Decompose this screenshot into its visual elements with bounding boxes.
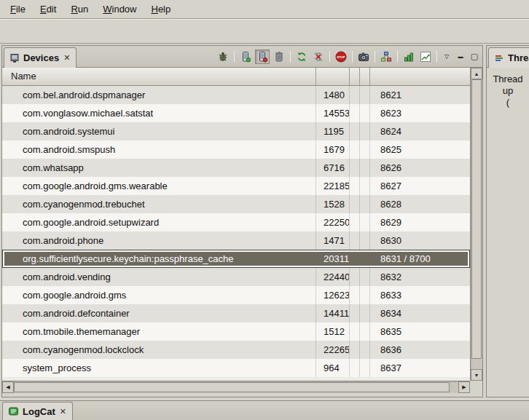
process-row[interactable]: com.bel.android.dspmanager 1480 8621 [2, 86, 470, 104]
process-row[interactable]: com.android.systemui 1195 8624 [2, 122, 470, 140]
column-header-name[interactable]: Name [2, 68, 316, 85]
scroll-right-button[interactable]: ▶ [458, 381, 470, 393]
dump-hprof-icon[interactable] [255, 49, 270, 64]
process-row[interactable]: com.cyanogenmod.trebuchet 1528 8628 [2, 195, 470, 213]
table-header: Name [2, 68, 470, 86]
devices-view: Devices ✕ [1, 45, 483, 397]
maximize-icon[interactable]: ▢ [469, 49, 480, 64]
process-cell-empty [360, 286, 370, 304]
process-cell-empty [350, 86, 360, 104]
update-threads-icon[interactable] [294, 49, 309, 64]
screen-capture-icon[interactable] [356, 49, 371, 64]
tab-devices[interactable]: Devices ✕ [4, 47, 77, 68]
process-name: com.google.android.gms.wearable [2, 177, 316, 195]
process-cell-empty [350, 122, 360, 140]
toolbar-separator [397, 51, 398, 63]
start-method-profiling-icon[interactable] [311, 49, 326, 64]
process-row[interactable]: com.google.android.setupwizard 22250 862… [2, 213, 470, 231]
menu-help[interactable]: Help [144, 1, 178, 17]
menu-run[interactable]: Run [63, 1, 95, 17]
process-pid: 1195 [316, 122, 350, 140]
process-row[interactable]: com.whatsapp 6716 8626 [2, 159, 470, 177]
process-row[interactable]: com.android.phone 1471 8630 [2, 231, 470, 250]
tab-logcat[interactable]: LogCat ✕ [2, 402, 73, 420]
process-port: 8624 [370, 122, 470, 140]
scroll-left-button[interactable]: ◀ [2, 381, 14, 393]
devices-toolbar: STOP ▽ ▬ ▢ [216, 46, 480, 67]
update-heap-icon[interactable] [238, 49, 253, 64]
process-cell-empty [350, 140, 360, 159]
horizontal-scrollbar[interactable]: ◀ ▶ [2, 381, 470, 393]
process-row[interactable]: com.android.smspush 1679 8625 [2, 140, 470, 159]
process-pid: 964 [316, 359, 350, 377]
debug-process-icon[interactable] [216, 49, 230, 64]
process-row[interactable]: com.google.android.gms 12623 8633 [2, 286, 470, 304]
process-pid: 20311 [316, 250, 350, 268]
process-row[interactable]: com.cyanogenmod.lockclock 22265 8636 [2, 341, 470, 359]
column-header-pid[interactable] [316, 68, 350, 85]
view-menu-icon[interactable]: ▽ [441, 49, 452, 64]
scroll-up-button[interactable]: ▲ [471, 68, 482, 79]
process-name: com.google.android.setupwizard [2, 213, 316, 231]
process-pid: 22250 [316, 213, 350, 231]
menu-file[interactable]: File [3, 1, 33, 17]
process-row[interactable]: com.vonglasow.michael.satstat 14553 8623 [2, 104, 470, 122]
threads-message-line1: Thread up [487, 74, 529, 97]
dump-view-hierarchy-icon[interactable] [379, 49, 393, 64]
process-cell-empty [350, 104, 360, 122]
scroll-down-button[interactable]: ▼ [471, 369, 482, 381]
cause-gc-icon[interactable] [272, 49, 286, 64]
process-table: Name com.bel.android.dspmanager 1480 862… [2, 68, 470, 381]
process-row[interactable]: com.android.defcontainer 14411 8634 [2, 304, 470, 322]
process-cell-empty [350, 341, 360, 359]
toolbar-separator [290, 51, 291, 63]
process-cell-empty [350, 177, 360, 195]
minimize-icon[interactable]: ▬ [455, 49, 466, 64]
vertical-scroll-thumb[interactable] [471, 79, 482, 359]
process-name: com.google.android.gms [2, 286, 316, 304]
process-cell-empty [350, 159, 360, 177]
process-name: com.vonglasow.michael.satstat [2, 104, 316, 122]
process-name: com.cyanogenmod.lockclock [2, 341, 316, 359]
process-cell-empty [360, 177, 370, 195]
process-cell-empty [350, 231, 360, 250]
process-row[interactable]: com.google.android.gms.wearable 22185 86… [2, 177, 470, 195]
process-port: 8636 [370, 341, 470, 359]
menu-window[interactable]: Window [95, 1, 144, 17]
process-port: 8631 / 8700 [370, 250, 470, 268]
close-icon[interactable]: ✕ [59, 407, 67, 416]
process-cell-empty [360, 213, 370, 231]
process-cell-empty [350, 286, 360, 304]
process-name: com.android.defcontainer [2, 304, 316, 322]
column-header-port[interactable] [370, 68, 470, 85]
process-name: com.android.phone [2, 231, 316, 250]
process-name: com.cyanogenmod.trebuchet [2, 195, 316, 213]
tab-threads[interactable]: Threads [488, 47, 529, 68]
horizontal-scroll-thumb[interactable] [14, 382, 450, 392]
stop-process-icon[interactable]: STOP [334, 49, 348, 64]
threads-message: Thread up ( [487, 68, 529, 108]
process-name: com.android.vending [2, 268, 316, 286]
process-pid: 12623 [316, 286, 350, 304]
close-icon[interactable]: ✕ [63, 53, 71, 63]
system-info-chart-icon[interactable] [418, 49, 433, 64]
menu-edit[interactable]: Edit [33, 1, 63, 17]
process-cell-empty [360, 359, 370, 377]
process-pid: 1480 [316, 86, 350, 104]
process-port: 8632 [370, 268, 470, 286]
process-name: org.sufficientlysecure.keychain:passphra… [2, 250, 316, 268]
toolbar-separator [375, 51, 375, 63]
profiling-bars-icon[interactable] [401, 49, 416, 64]
toolbar-separator [234, 51, 235, 63]
threads-view: Threads Thread up ( [486, 45, 529, 397]
process-row[interactable]: org.sufficientlysecure.keychain:passphra… [2, 250, 470, 268]
process-row[interactable]: com.tmobile.thememanager 1512 8635 [2, 322, 470, 341]
process-cell-empty [350, 304, 360, 322]
toolbar-separator [329, 51, 330, 63]
process-port: 8633 [370, 286, 470, 304]
process-name: com.whatsapp [2, 159, 316, 177]
vertical-scrollbar[interactable]: ▲ ▼ [470, 68, 482, 381]
process-cell-empty [360, 159, 370, 177]
process-row[interactable]: system_process 964 8637 [2, 359, 470, 377]
process-row[interactable]: com.android.vending 22440 8632 [2, 268, 470, 286]
